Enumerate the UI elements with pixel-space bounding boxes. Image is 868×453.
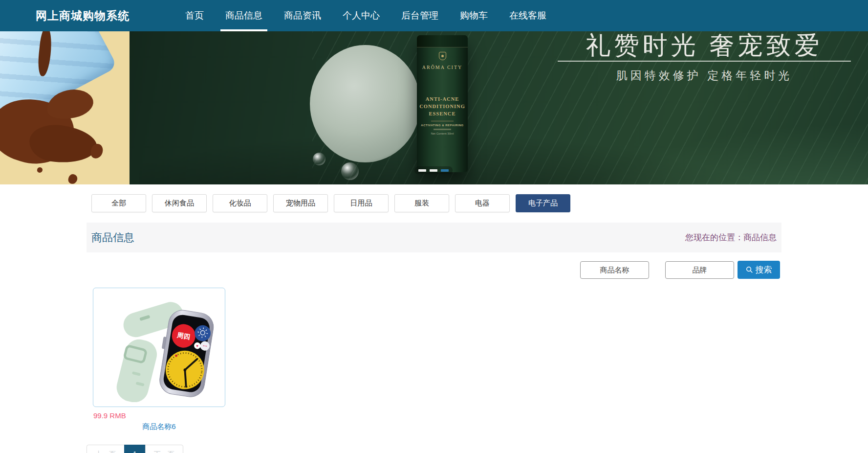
product-card[interactable]: 周四 ♥	[93, 288, 225, 407]
search-icon	[746, 266, 753, 273]
banner-subheadline: 肌因特效修护 定格年轻时光	[558, 68, 851, 83]
watch-strap-lower	[113, 337, 160, 402]
water-bubble	[313, 153, 326, 165]
top-navbar: 网上商城购物系统 首页商品信息商品资讯个人中心后台管理购物车在线客服	[0, 0, 868, 31]
bottle-tagline: ACTIVATING & REPAIRING	[417, 124, 468, 127]
product-name-link[interactable]: 商品名称6	[93, 422, 225, 431]
carousel-indicator-2[interactable]	[430, 169, 437, 172]
bottle-brand: ARÔMA CITY	[417, 65, 468, 70]
category-button-0[interactable]: 全部	[91, 194, 146, 212]
product-name-input[interactable]	[580, 261, 649, 279]
search-row: 搜索	[87, 261, 781, 279]
nav-menu: 首页商品信息商品资讯个人中心后台管理购物车在线客服	[180, 0, 563, 31]
nav-item-2[interactable]: 商品资讯	[279, 0, 326, 31]
nav-item-1[interactable]: 商品信息	[220, 0, 267, 31]
chocolate-drop	[67, 173, 78, 184]
chocolate-drop	[37, 167, 43, 173]
category-button-6[interactable]: 电器	[455, 194, 510, 212]
search-button[interactable]: 搜索	[738, 261, 780, 279]
bottle-label: ARÔMA CITY ANTI-ACNE CONDITIONING ESSENC…	[417, 52, 468, 135]
hero-carousel: ARÔMA CITY ANTI-ACNE CONDITIONING ESSENC…	[0, 31, 868, 184]
pagination-prev[interactable]: 上一页	[87, 445, 125, 453]
brand-input[interactable]	[665, 261, 734, 279]
carousel-indicator-1[interactable]	[418, 169, 426, 172]
product-price: 99.9 RMB	[93, 411, 781, 420]
nav-item-5[interactable]: 购物车	[455, 0, 493, 31]
bottle-product-line: ESSENCE	[417, 110, 468, 117]
category-button-5[interactable]: 服装	[394, 194, 449, 212]
bottle-product-line: ANTI-ACNE	[417, 95, 468, 103]
category-filter-row: 全部休闲食品化妆品宠物用品日用品服装电器电子产品	[87, 194, 781, 212]
banner-caption: 礼赞时光 奢宠致爱 肌因特效修护 定格年轻时光	[558, 31, 851, 83]
category-button-3[interactable]: 宠物用品	[273, 194, 328, 212]
section-header-bar: 商品信息 您现在的位置：商品信息	[87, 223, 781, 252]
bottle-product-line: CONDITIONING	[417, 103, 468, 110]
main-container: 全部休闲食品化妆品宠物用品日用品服装电器电子产品 商品信息 您现在的位置：商品信…	[87, 194, 781, 453]
page-title: 商品信息	[91, 230, 134, 245]
category-button-7[interactable]: 电子产品	[516, 194, 570, 212]
site-title: 网上商城购物系统	[36, 8, 130, 23]
nav-item-0[interactable]: 首页	[180, 0, 209, 31]
pagination-page-1[interactable]: 1	[124, 445, 146, 453]
pagination-next[interactable]: 下一页	[145, 445, 183, 453]
cosmetic-bottle: ARÔMA CITY ANTI-ACNE CONDITIONING ESSENC…	[417, 35, 468, 172]
bubble-sphere	[310, 45, 420, 162]
bottle-net-content: Net Content 30ml	[417, 132, 468, 135]
category-button-1[interactable]: 休闲食品	[152, 194, 207, 212]
leaf-highlight	[521, 108, 868, 185]
carousel-indicator-3[interactable]	[441, 169, 449, 172]
carousel-indicators	[414, 166, 453, 174]
bottle-fine-print-bar	[434, 129, 451, 130]
bottle-divider	[431, 121, 454, 121]
page: 网上商城购物系统 首页商品信息商品资讯个人中心后台管理购物车在线客服 ARÔMA…	[0, 0, 868, 453]
banner-headline: 礼赞时光 奢宠致爱	[558, 31, 851, 59]
pagination: 上一页1下一页	[87, 445, 183, 453]
nav-item-6[interactable]: 在线客服	[504, 0, 551, 31]
banner-caption-divider	[558, 61, 851, 62]
bottle-product-name: ANTI-ACNE CONDITIONING ESSENCE	[417, 95, 468, 117]
nav-item-4[interactable]: 后台管理	[396, 0, 443, 31]
water-bubble	[341, 162, 359, 180]
banner-left-image	[0, 31, 130, 184]
bottle-logo-icon	[439, 52, 446, 60]
category-button-4[interactable]: 日用品	[334, 194, 389, 212]
smartwatch-image: 周四 ♥	[98, 293, 220, 402]
category-button-2[interactable]: 化妆品	[213, 194, 267, 212]
breadcrumb: 您现在的位置：商品信息	[685, 232, 777, 243]
nav-item-3[interactable]: 个人中心	[338, 0, 385, 31]
search-button-label: 搜索	[756, 264, 772, 275]
